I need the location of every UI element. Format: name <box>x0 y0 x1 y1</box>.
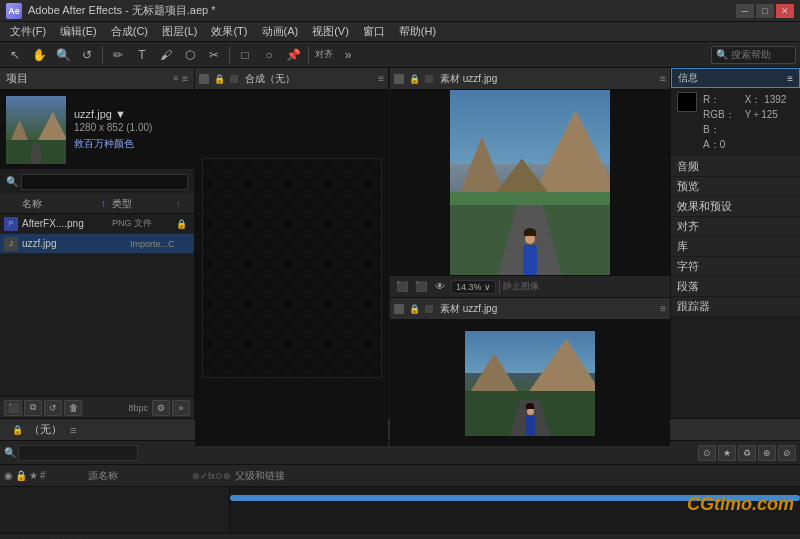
menu-view[interactable]: 视图(V) <box>306 22 355 41</box>
fx-col: ⊕✓fx⊙⊕ <box>192 471 231 481</box>
toolbar-rotate-tool[interactable]: ↺ <box>76 44 98 66</box>
toolbar-arrow-tool[interactable]: ↖ <box>4 44 26 66</box>
footage-bottom-menu[interactable]: ≡ <box>660 303 666 314</box>
footage-top-close[interactable] <box>394 74 404 84</box>
file-item-png[interactable]: P AfterFX....png PNG 文件 🔒 <box>0 214 194 234</box>
timeline-menu-icon[interactable]: ≡ <box>70 424 76 436</box>
maximize-button[interactable]: □ <box>756 4 774 18</box>
paragraph-section[interactable]: 段落 <box>671 277 800 297</box>
footage-bottom-close[interactable] <box>394 304 404 314</box>
menu-layer[interactable]: 图层(L) <box>156 22 203 41</box>
toolbar-pin-tool[interactable]: 📌 <box>282 44 304 66</box>
footage-top-menu[interactable]: ≡ <box>660 73 666 84</box>
timeline-lock-icon: 🔒 <box>12 425 23 435</box>
footage-top-zoom[interactable]: 14.3% ∨ <box>451 280 496 294</box>
footage-top-sep <box>499 280 500 294</box>
main-area: 项目 ≡ ≡ uzzf.jpg ▼ 1280 x 852 (1.00) 救百万种… <box>0 68 800 418</box>
tl-btn-2[interactable]: ★ <box>718 445 736 461</box>
toolbar-stamp-tool[interactable]: ⬡ <box>179 44 201 66</box>
project-panel-menu-icon[interactable]: ≡ <box>182 73 188 84</box>
menu-help[interactable]: 帮助(H) <box>393 22 442 41</box>
delete-btn[interactable]: 🗑 <box>64 400 82 416</box>
menu-file[interactable]: 文件(F) <box>4 22 52 41</box>
toolbar: ↖ ✋ 🔍 ↺ ✏ T 🖌 ⬡ ✂ □ ○ 📌 对齐 » 🔍 <box>0 42 800 68</box>
search-input[interactable] <box>731 49 791 60</box>
tl-btn-3[interactable]: ♻ <box>738 445 756 461</box>
file-type-jpg: Importe...C <box>130 239 190 249</box>
new-comp-btn[interactable]: ⧉ <box>24 400 42 416</box>
toolbar-eraser-tool[interactable]: ✂ <box>203 44 225 66</box>
footage-top-view-btn[interactable]: 👁 <box>432 279 448 295</box>
toolbar-expand-btn[interactable]: » <box>337 44 359 66</box>
close-button[interactable]: ✕ <box>776 4 794 18</box>
overflow-btn[interactable]: » <box>172 400 190 416</box>
toolbar-hand-tool[interactable]: ✋ <box>28 44 50 66</box>
menu-edit[interactable]: 编辑(E) <box>54 22 103 41</box>
col-icons-header: ◉ 🔒 ★ # <box>4 470 84 481</box>
audio-section[interactable]: 音频 <box>671 157 800 177</box>
toolbar-mask-tool[interactable]: ○ <box>258 44 280 66</box>
library-section[interactable]: 库 <box>671 237 800 257</box>
tracker-section[interactable]: 跟踪器 <box>671 297 800 317</box>
footage-top-3d-btn[interactable]: ⬛ <box>413 279 429 295</box>
timeline-track-area <box>230 487 800 533</box>
toolbar-pen-tool[interactable]: ✏ <box>107 44 129 66</box>
visibility-col-icon: ◉ <box>4 470 13 481</box>
search-box[interactable]: 🔍 <box>711 46 796 64</box>
project-search-input[interactable] <box>21 174 188 190</box>
align-section[interactable]: 对齐 <box>671 217 800 237</box>
menu-effects[interactable]: 效果(T) <box>205 22 253 41</box>
bpc-settings-btn[interactable]: ⚙ <box>152 400 170 416</box>
col-extra: ↑ <box>176 199 190 209</box>
preview-filename: uzzf.jpg ▼ <box>74 108 152 120</box>
minimize-button[interactable]: ─ <box>736 4 754 18</box>
info-menu-icon[interactable]: ≡ <box>787 73 793 84</box>
character-section[interactable]: 字符 <box>671 257 800 277</box>
title-bar: Ae Adobe After Effects - 无标题项目.aep * ─ □… <box>0 0 800 22</box>
new-folder-btn[interactable]: ⬛ <box>4 400 22 416</box>
timeline-title: （无） <box>29 422 62 437</box>
window-controls: ─ □ ✕ <box>736 4 794 18</box>
menu-window[interactable]: 窗口 <box>357 22 391 41</box>
tl-btn-5[interactable]: ⊘ <box>778 445 796 461</box>
footage-top-header: 🔒 素材 uzzf.jpg ≡ <box>390 68 670 90</box>
tl-btn-4[interactable]: ⊕ <box>758 445 776 461</box>
timeline-search-input[interactable] <box>18 445 138 461</box>
sort-icon[interactable]: ↑ <box>101 198 106 209</box>
file-name-png: AfterFX....png <box>22 218 108 229</box>
bpc-label: 8bpc <box>128 403 148 413</box>
project-search[interactable]: 🔍 <box>0 170 194 194</box>
color-swatch <box>677 92 697 112</box>
timeline-track-main[interactable] <box>230 495 800 501</box>
toolbar-shape-tool[interactable]: □ <box>234 44 256 66</box>
toolbar-text-tool[interactable]: T <box>131 44 153 66</box>
comp-menu-icon[interactable]: ≡ <box>378 73 384 84</box>
file-item-jpg[interactable]: J uzzf.jpg Importe...C <box>0 234 194 254</box>
tl-btn-1[interactable]: ⊙ <box>698 445 716 461</box>
panel-collapse-icon: ≡ <box>173 74 178 83</box>
x-coord: X： 1392 <box>745 92 787 107</box>
timeline-footer: ⚙ 切换开关/模式 ◉ » <box>0 533 800 539</box>
comp-close-btn[interactable] <box>199 74 209 84</box>
file-name-jpg: uzzf.jpg <box>22 238 126 249</box>
menu-composition[interactable]: 合成(C) <box>105 22 154 41</box>
file-icon-png: P <box>4 217 18 231</box>
effects-section[interactable]: 效果和预设 <box>671 197 800 217</box>
rgba-values: R： RGB： B： A：0 <box>703 92 735 152</box>
info-color-content: R： RGB： B： A：0 X： 1392 <box>671 88 800 157</box>
toolbar-zoom-tool[interactable]: 🔍 <box>52 44 74 66</box>
refresh-btn[interactable]: ↺ <box>44 400 62 416</box>
toolbar-separator-1 <box>102 46 103 64</box>
toolbar-brush-tool[interactable]: 🖌 <box>155 44 177 66</box>
comp-canvas <box>195 90 388 446</box>
info-panel-header[interactable]: 信息 ≡ <box>671 68 800 88</box>
menu-animation[interactable]: 动画(A) <box>256 22 305 41</box>
preview-section[interactable]: 预览 <box>671 177 800 197</box>
project-panel: 项目 ≡ ≡ uzzf.jpg ▼ 1280 x 852 (1.00) 救百万种… <box>0 68 195 418</box>
comp-title: 合成（无） <box>245 72 375 86</box>
toolbar-align-btn[interactable]: 对齐 <box>313 44 335 66</box>
footage-top-display-btn[interactable]: ⬛ <box>394 279 410 295</box>
comp-panel-header: 🔒 合成（无） ≡ <box>195 68 388 90</box>
footage-top-canvas <box>390 90 670 275</box>
footage-top-freeze: 静止图像 <box>503 280 539 293</box>
